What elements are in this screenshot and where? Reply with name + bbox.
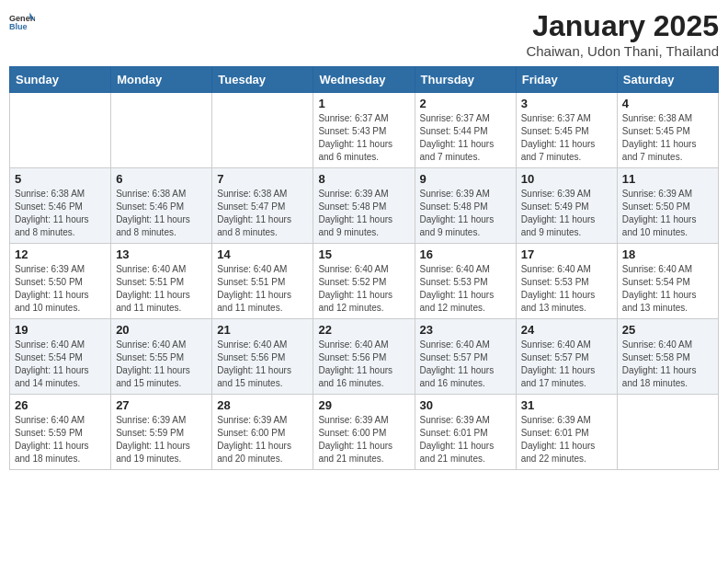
day-info: Sunrise: 6:40 AMSunset: 5:55 PMDaylight:… <box>116 339 207 390</box>
day-number: 11 <box>622 172 713 186</box>
day-header-saturday: Saturday <box>617 67 718 93</box>
day-info: Sunrise: 6:39 AMSunset: 6:00 PMDaylight:… <box>318 414 409 465</box>
day-number: 29 <box>318 398 409 412</box>
day-header-monday: Monday <box>111 67 212 93</box>
day-number: 20 <box>116 323 207 337</box>
day-number: 22 <box>318 323 409 337</box>
day-number: 10 <box>521 172 612 186</box>
day-info: Sunrise: 6:38 AMSunset: 5:46 PMDaylight:… <box>116 188 207 239</box>
day-info: Sunrise: 6:40 AMSunset: 5:51 PMDaylight:… <box>217 263 308 315</box>
calendar-week-row: 26 Sunrise: 6:40 AMSunset: 5:59 PMDaylig… <box>10 395 719 470</box>
calendar-day-cell: 20 Sunrise: 6:40 AMSunset: 5:55 PMDaylig… <box>111 319 212 395</box>
calendar-table: SundayMondayTuesdayWednesdayThursdayFrid… <box>9 66 719 470</box>
day-info: Sunrise: 6:37 AMSunset: 5:43 PMDaylight:… <box>318 112 409 164</box>
calendar-day-cell: 18 Sunrise: 6:40 AMSunset: 5:54 PMDaylig… <box>617 244 718 319</box>
calendar-day-cell: 21 Sunrise: 6:40 AMSunset: 5:56 PMDaylig… <box>212 319 313 395</box>
day-info: Sunrise: 6:37 AMSunset: 5:45 PMDaylight:… <box>521 112 612 164</box>
day-number: 27 <box>116 398 207 412</box>
calendar-day-cell: 29 Sunrise: 6:39 AMSunset: 6:00 PMDaylig… <box>313 395 415 470</box>
day-number: 7 <box>217 172 308 186</box>
calendar-day-cell: 9 Sunrise: 6:39 AMSunset: 5:48 PMDayligh… <box>415 168 516 244</box>
day-info: Sunrise: 6:40 AMSunset: 5:59 PMDaylight:… <box>15 414 106 465</box>
sub-title: Chaiwan, Udon Thani, Thailand <box>526 43 719 59</box>
day-info: Sunrise: 6:40 AMSunset: 5:57 PMDaylight:… <box>420 339 511 390</box>
day-number: 2 <box>420 97 511 110</box>
day-number: 12 <box>15 247 106 261</box>
day-number: 21 <box>217 323 308 337</box>
day-number: 15 <box>318 247 409 261</box>
day-info: Sunrise: 6:40 AMSunset: 5:58 PMDaylight:… <box>622 339 713 390</box>
day-info: Sunrise: 6:37 AMSunset: 5:44 PMDaylight:… <box>420 112 511 164</box>
day-number: 31 <box>521 398 612 412</box>
calendar-day-cell: 23 Sunrise: 6:40 AMSunset: 5:57 PMDaylig… <box>415 319 516 395</box>
day-info: Sunrise: 6:40 AMSunset: 5:53 PMDaylight:… <box>521 263 612 315</box>
calendar-week-row: 12 Sunrise: 6:39 AMSunset: 5:50 PMDaylig… <box>10 244 719 319</box>
calendar-day-cell: 17 Sunrise: 6:40 AMSunset: 5:53 PMDaylig… <box>516 244 617 319</box>
day-number: 28 <box>217 398 308 412</box>
calendar-day-cell: 1 Sunrise: 6:37 AMSunset: 5:43 PMDayligh… <box>313 93 415 168</box>
day-info: Sunrise: 6:38 AMSunset: 5:47 PMDaylight:… <box>217 188 308 239</box>
calendar-day-cell: 12 Sunrise: 6:39 AMSunset: 5:50 PMDaylig… <box>10 244 111 319</box>
calendar-day-cell: 24 Sunrise: 6:40 AMSunset: 5:57 PMDaylig… <box>516 319 617 395</box>
calendar-day-cell: 25 Sunrise: 6:40 AMSunset: 5:58 PMDaylig… <box>617 319 718 395</box>
calendar-day-cell: 5 Sunrise: 6:38 AMSunset: 5:46 PMDayligh… <box>10 168 111 244</box>
calendar-day-cell: 10 Sunrise: 6:39 AMSunset: 5:49 PMDaylig… <box>516 168 617 244</box>
title-block: January 2025 Chaiwan, Udon Thani, Thaila… <box>526 9 719 59</box>
calendar-day-cell: 4 Sunrise: 6:38 AMSunset: 5:45 PMDayligh… <box>617 93 718 168</box>
day-header-sunday: Sunday <box>10 67 111 93</box>
day-info: Sunrise: 6:39 AMSunset: 5:59 PMDaylight:… <box>116 414 207 465</box>
day-info: Sunrise: 6:39 AMSunset: 6:01 PMDaylight:… <box>521 414 612 465</box>
calendar-header-row: SundayMondayTuesdayWednesdayThursdayFrid… <box>10 67 719 93</box>
calendar-week-row: 5 Sunrise: 6:38 AMSunset: 5:46 PMDayligh… <box>10 168 719 244</box>
logo: General Blue <box>9 9 35 35</box>
day-info: Sunrise: 6:38 AMSunset: 5:46 PMDaylight:… <box>15 188 106 239</box>
calendar-week-row: 19 Sunrise: 6:40 AMSunset: 5:54 PMDaylig… <box>10 319 719 395</box>
day-header-tuesday: Tuesday <box>212 67 313 93</box>
calendar-day-cell: 2 Sunrise: 6:37 AMSunset: 5:44 PMDayligh… <box>415 93 516 168</box>
day-number: 17 <box>521 247 612 261</box>
calendar-day-cell: 11 Sunrise: 6:39 AMSunset: 5:50 PMDaylig… <box>617 168 718 244</box>
day-number: 18 <box>622 247 713 261</box>
day-number: 13 <box>116 247 207 261</box>
day-number: 6 <box>116 172 207 186</box>
day-number: 25 <box>622 323 713 337</box>
day-info: Sunrise: 6:40 AMSunset: 5:54 PMDaylight:… <box>15 339 106 390</box>
day-number: 5 <box>15 172 106 186</box>
main-title: January 2025 <box>526 9 719 43</box>
day-info: Sunrise: 6:39 AMSunset: 5:49 PMDaylight:… <box>521 188 612 239</box>
svg-text:Blue: Blue <box>9 22 28 31</box>
day-info: Sunrise: 6:40 AMSunset: 5:51 PMDaylight:… <box>116 263 207 315</box>
day-number: 3 <box>521 97 612 110</box>
day-info: Sunrise: 6:39 AMSunset: 6:01 PMDaylight:… <box>420 414 511 465</box>
calendar-day-cell: 22 Sunrise: 6:40 AMSunset: 5:56 PMDaylig… <box>313 319 415 395</box>
calendar-day-cell: 3 Sunrise: 6:37 AMSunset: 5:45 PMDayligh… <box>516 93 617 168</box>
calendar-day-cell: 15 Sunrise: 6:40 AMSunset: 5:52 PMDaylig… <box>313 244 415 319</box>
calendar-day-cell <box>111 93 212 168</box>
calendar-day-cell: 28 Sunrise: 6:39 AMSunset: 6:00 PMDaylig… <box>212 395 313 470</box>
day-info: Sunrise: 6:39 AMSunset: 5:50 PMDaylight:… <box>15 263 106 315</box>
day-number: 16 <box>420 247 511 261</box>
day-number: 8 <box>318 172 409 186</box>
day-info: Sunrise: 6:40 AMSunset: 5:53 PMDaylight:… <box>420 263 511 315</box>
logo-icon: General Blue <box>9 9 35 35</box>
day-number: 14 <box>217 247 308 261</box>
calendar-day-cell: 6 Sunrise: 6:38 AMSunset: 5:46 PMDayligh… <box>111 168 212 244</box>
calendar-day-cell: 13 Sunrise: 6:40 AMSunset: 5:51 PMDaylig… <box>111 244 212 319</box>
calendar-day-cell: 16 Sunrise: 6:40 AMSunset: 5:53 PMDaylig… <box>415 244 516 319</box>
day-info: Sunrise: 6:39 AMSunset: 6:00 PMDaylight:… <box>217 414 308 465</box>
day-info: Sunrise: 6:40 AMSunset: 5:54 PMDaylight:… <box>622 263 713 315</box>
calendar-day-cell: 8 Sunrise: 6:39 AMSunset: 5:48 PMDayligh… <box>313 168 415 244</box>
day-number: 24 <box>521 323 612 337</box>
day-info: Sunrise: 6:40 AMSunset: 5:56 PMDaylight:… <box>217 339 308 390</box>
day-info: Sunrise: 6:40 AMSunset: 5:57 PMDaylight:… <box>521 339 612 390</box>
calendar-day-cell <box>10 93 111 168</box>
day-header-friday: Friday <box>516 67 617 93</box>
day-info: Sunrise: 6:40 AMSunset: 5:52 PMDaylight:… <box>318 263 409 315</box>
calendar-day-cell: 30 Sunrise: 6:39 AMSunset: 6:01 PMDaylig… <box>415 395 516 470</box>
calendar-day-cell <box>617 395 718 470</box>
day-info: Sunrise: 6:39 AMSunset: 5:50 PMDaylight:… <box>622 188 713 239</box>
calendar-day-cell: 7 Sunrise: 6:38 AMSunset: 5:47 PMDayligh… <box>212 168 313 244</box>
day-header-thursday: Thursday <box>415 67 516 93</box>
day-info: Sunrise: 6:39 AMSunset: 5:48 PMDaylight:… <box>420 188 511 239</box>
day-info: Sunrise: 6:40 AMSunset: 5:56 PMDaylight:… <box>318 339 409 390</box>
